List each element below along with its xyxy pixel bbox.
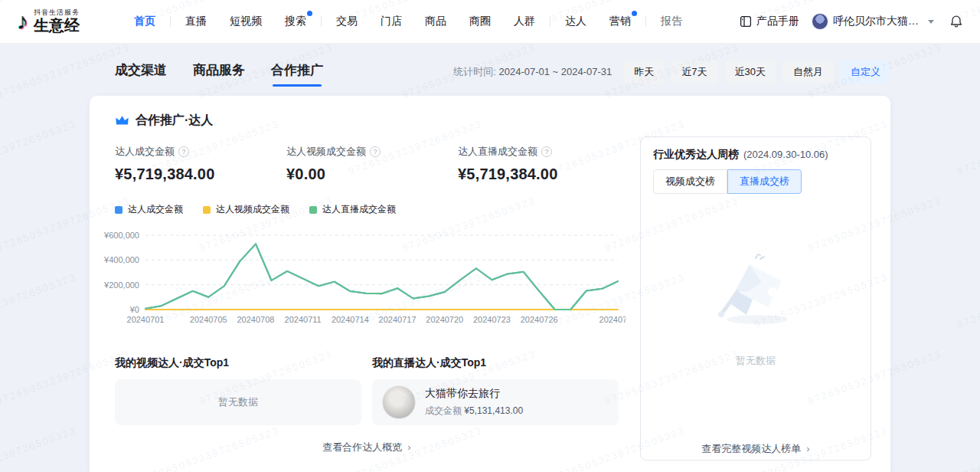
help-icon[interactable] bbox=[178, 146, 189, 157]
card-title-row: 合作推广·达人 bbox=[115, 113, 213, 129]
cooperation-overview-link[interactable]: 查看合作达人概览 bbox=[115, 441, 619, 454]
panel-title: 行业优秀达人周榜 bbox=[653, 148, 739, 162]
svg-text:¥200,000: ¥200,000 bbox=[103, 280, 139, 290]
product-manual-button[interactable]: 产品手册 bbox=[740, 15, 799, 28]
legend-item-total[interactable]: 达人成交金额 bbox=[115, 203, 183, 216]
nav-item-short-video[interactable]: 短视频 bbox=[218, 10, 273, 33]
preset-natural-month-button[interactable]: 自然月 bbox=[783, 61, 833, 84]
empty-text: 暂无数据 bbox=[218, 395, 258, 409]
top-navbar: 抖音生活服务 生意经 首页 直播 短视频 搜索 交易 门店 商品 商圈 人群 达… bbox=[0, 0, 980, 44]
svg-text:¥0: ¥0 bbox=[129, 305, 139, 314]
svg-text:¥600,000: ¥600,000 bbox=[103, 231, 139, 240]
legend-item-video[interactable]: 达人视频成交金额 bbox=[203, 203, 289, 216]
chevron-down-icon bbox=[928, 20, 934, 24]
stat-value: ¥5,719,384.00 bbox=[458, 166, 629, 183]
notification-bell-button[interactable] bbox=[949, 15, 963, 28]
account-name: 呼伦贝尔市大猫旅... bbox=[833, 15, 923, 28]
nav-item-product[interactable]: 商品 bbox=[413, 10, 458, 33]
notification-dot bbox=[632, 11, 637, 16]
live-ranking-toggle[interactable]: 直播成交榜 bbox=[727, 169, 802, 194]
nav-item-store[interactable]: 门店 bbox=[369, 10, 413, 33]
account-avatar bbox=[812, 13, 828, 30]
talent-amount: 成交金额 ¥5,131,413.00 bbox=[425, 405, 523, 418]
nav-right-cluster: 产品手册 呼伦贝尔市大猫旅... bbox=[740, 13, 963, 30]
talent-name: 大猫带你去旅行 bbox=[425, 387, 523, 401]
nav-divider bbox=[550, 16, 550, 27]
nav-item-talent[interactable]: 达人 bbox=[554, 10, 598, 33]
full-ranking-link[interactable]: 查看完整视频达人榜单 bbox=[641, 442, 871, 456]
manual-book-icon bbox=[740, 15, 752, 28]
stat-time-text: 统计时间: 2024-07-01 ~ 2024-07-31 bbox=[453, 65, 612, 79]
card-title: 合作推广·达人 bbox=[136, 113, 213, 129]
video-ranking-toggle[interactable]: 视频成交榜 bbox=[653, 169, 727, 194]
nav-divider bbox=[645, 16, 646, 27]
tab-deal-channels[interactable]: 成交渠道 bbox=[115, 61, 167, 87]
panel-header: 行业优秀达人周榜 (2024.09.30-10.06) bbox=[653, 148, 828, 162]
stat-value: ¥0.00 bbox=[286, 166, 458, 183]
industry-talent-ranking-panel: 行业优秀达人周榜 (2024.09.30-10.06) 视频成交榜 直播成交榜 bbox=[640, 136, 871, 461]
video-top1-block: 我的视频达人·成交Top1 暂无数据 bbox=[115, 356, 361, 425]
brand-title: 生意经 bbox=[34, 17, 80, 34]
help-icon[interactable] bbox=[541, 146, 552, 157]
stats-row: 达人成交金额 ¥5,719,384.00 达人视频成交金额 ¥0.00 达人直播… bbox=[115, 145, 629, 183]
nav-item-home[interactable]: 首页 bbox=[122, 10, 167, 33]
svg-text:20240714: 20240714 bbox=[332, 315, 369, 324]
svg-text:20240723: 20240723 bbox=[473, 315, 511, 324]
empty-state-illustration bbox=[702, 252, 809, 332]
stat-label: 达人成交金额 bbox=[115, 145, 175, 159]
nav-item-search[interactable]: 搜索 bbox=[273, 10, 318, 33]
bell-icon bbox=[949, 15, 963, 28]
svg-text:20240705: 20240705 bbox=[190, 315, 227, 324]
stat-value: ¥5,719,384.00 bbox=[115, 166, 286, 183]
help-icon[interactable] bbox=[370, 146, 381, 157]
preset-custom-button[interactable]: 自定义 bbox=[841, 61, 890, 84]
preset-7days-button[interactable]: 近7天 bbox=[671, 61, 717, 84]
svg-text:20240708: 20240708 bbox=[237, 315, 274, 324]
stat-label: 达人直播成交金额 bbox=[458, 145, 537, 159]
svg-text:20240731: 20240731 bbox=[599, 315, 626, 324]
crown-icon bbox=[115, 115, 129, 126]
nav-item-marketing[interactable]: 营销 bbox=[598, 10, 642, 33]
svg-text:¥400,000: ¥400,000 bbox=[103, 255, 139, 264]
primary-nav: 首页 直播 短视频 搜索 交易 门店 商品 商圈 人群 达人 营销 报告 bbox=[122, 10, 694, 33]
stat-talent-live-gmv: 达人直播成交金额 ¥5,719,384.00 bbox=[458, 145, 629, 183]
tab-product-services[interactable]: 商品服务 bbox=[193, 61, 245, 87]
nav-divider bbox=[170, 16, 171, 27]
trend-chart-svg: ¥600,000¥400,000¥200,000¥020240701202407… bbox=[90, 223, 626, 330]
nav-item-report[interactable]: 报告 bbox=[649, 10, 694, 33]
stat-talent-video-gmv: 达人视频成交金额 ¥0.00 bbox=[286, 145, 458, 183]
tab-cooperation-promotion[interactable]: 合作推广 bbox=[271, 61, 323, 87]
nav-item-trade[interactable]: 交易 bbox=[325, 10, 369, 33]
talent-avatar bbox=[382, 385, 416, 419]
legend-swatch-yellow bbox=[203, 206, 211, 214]
nav-item-business-circle[interactable]: 商圈 bbox=[458, 10, 502, 33]
brand-logo[interactable]: 抖音生活服务 生意经 bbox=[17, 9, 80, 34]
legend-swatch-green bbox=[309, 206, 317, 214]
legend-swatch-blue bbox=[115, 206, 122, 214]
manual-label: 产品手册 bbox=[756, 15, 799, 28]
page: 抖音生活服务 生意经 首页 直播 短视频 搜索 交易 门店 商品 商圈 人群 达… bbox=[0, 0, 980, 472]
live-top1-title: 我的直播达人·成交Top1 bbox=[372, 356, 619, 370]
cooperation-promotion-card: 合作推广·达人 达人成交金额 ¥5,719,384.00 达人视频成交金额 ¥0… bbox=[90, 96, 890, 472]
ranking-toggle-group: 视频成交榜 直播成交榜 bbox=[653, 169, 802, 194]
nav-item-audience[interactable]: 人群 bbox=[502, 10, 547, 33]
douyin-note-icon bbox=[17, 10, 28, 33]
chart-legend: 达人成交金额 达人视频成交金额 达人直播成交金额 bbox=[115, 203, 396, 216]
stat-talent-gmv: 达人成交金额 ¥5,719,384.00 bbox=[115, 145, 286, 183]
brand-subtitle: 抖音生活服务 bbox=[34, 9, 80, 17]
video-top1-empty-box: 暂无数据 bbox=[115, 379, 361, 425]
section-tabs: 成交渠道 商品服务 合作推广 bbox=[115, 61, 323, 87]
nav-divider bbox=[321, 16, 322, 27]
trend-chart: ¥600,000¥400,000¥200,000¥020240701202407… bbox=[90, 223, 626, 330]
account-menu[interactable]: 呼伦贝尔市大猫旅... bbox=[812, 13, 934, 30]
svg-text:20240726: 20240726 bbox=[521, 315, 558, 324]
legend-item-live[interactable]: 达人直播成交金额 bbox=[309, 203, 396, 216]
svg-text:20240701: 20240701 bbox=[127, 315, 165, 324]
preset-yesterday-button[interactable]: 昨天 bbox=[624, 61, 664, 84]
notification-dot bbox=[307, 11, 312, 16]
nav-item-live[interactable]: 直播 bbox=[174, 10, 218, 33]
stat-label: 达人视频成交金额 bbox=[286, 145, 366, 159]
live-top1-card[interactable]: 大猫带你去旅行 成交金额 ¥5,131,413.00 bbox=[372, 379, 619, 425]
preset-30days-button[interactable]: 近30天 bbox=[725, 61, 776, 84]
top1-row: 我的视频达人·成交Top1 暂无数据 我的直播达人·成交Top1 大猫带你去旅行… bbox=[115, 356, 619, 425]
